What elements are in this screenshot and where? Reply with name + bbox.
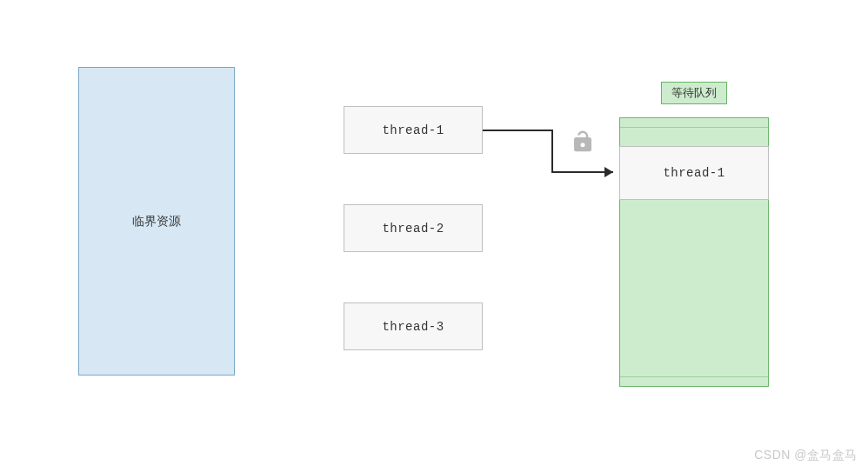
watermark-text: CSDN @盒马盒马 — [754, 448, 858, 462]
queue-slot-1: thread-1 — [619, 146, 769, 200]
waiting-queue-label-box: 等待队列 — [661, 82, 727, 104]
waiting-queue-label: 等待队列 — [671, 85, 717, 101]
critical-resource-label: 临界资源 — [132, 214, 181, 229]
critical-resource-box: 临界资源 — [78, 67, 235, 376]
waiting-queue-body: thread-1 — [619, 117, 769, 387]
thread-box-1: thread-1 — [344, 106, 483, 154]
thread-box-2: thread-2 — [344, 204, 483, 252]
queue-stripe-top — [620, 127, 768, 128]
thread-2-label: thread-2 — [382, 222, 444, 236]
queue-slot-1-label: thread-1 — [663, 166, 724, 180]
watermark: CSDN @盒马盒马 — [754, 448, 858, 463]
unlock-icon — [570, 129, 596, 155]
thread-3-label: thread-3 — [382, 320, 444, 334]
queue-stripe-bottom — [620, 376, 768, 377]
thread-1-label: thread-1 — [382, 123, 444, 137]
arrow-thread1-to-queue — [483, 129, 626, 194]
thread-box-3: thread-3 — [344, 302, 483, 350]
